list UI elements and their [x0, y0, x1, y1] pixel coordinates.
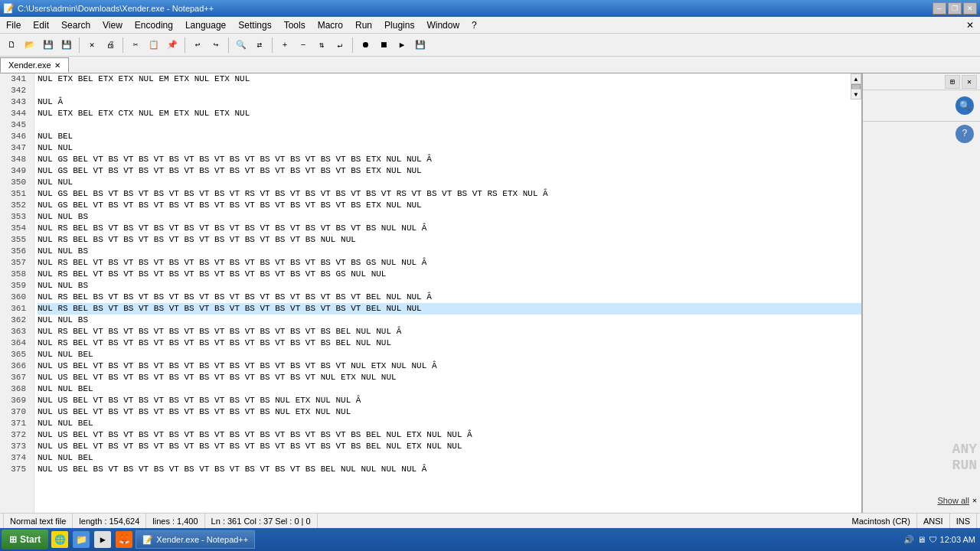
- copy-button[interactable]: 📋: [145, 37, 162, 54]
- sep3: [185, 37, 185, 53]
- code-line-367[interactable]: NUL US BEL VT BS VT BS VT BS VT BS VT BS…: [38, 372, 861, 383]
- code-line-357[interactable]: NUL RS BEL VT BS VT BS VT BS VT BS VT BS…: [38, 257, 861, 269]
- menu-encoding[interactable]: Encoding: [129, 17, 179, 33]
- panel-help-icon[interactable]: ?: [956, 125, 974, 143]
- tray-icon-network[interactable]: 🖥: [917, 535, 926, 544]
- undo-button[interactable]: ↩: [189, 37, 206, 54]
- tab-xender[interactable]: Xender.exe ✕: [0, 57, 69, 73]
- show-all-link[interactable]: Show all: [937, 496, 969, 505]
- macro-play-button[interactable]: ▶: [394, 37, 410, 54]
- status-type: Normal text file: [3, 514, 73, 528]
- code-line-372[interactable]: NUL US BEL VT BS VT BS VT BS VT BS VT BS…: [38, 429, 861, 441]
- panel-dismiss-button[interactable]: ✕: [972, 496, 977, 505]
- quicklaunch-firefox[interactable]: 🦊: [116, 531, 132, 548]
- code-line-354[interactable]: NUL RS BEL BS VT BS VT BS VT BS VT BS VT…: [38, 223, 861, 234]
- panel-search-icon[interactable]: 🔍: [956, 96, 974, 115]
- menu-view[interactable]: View: [96, 17, 129, 33]
- code-line-353[interactable]: NUL NUL BS: [38, 211, 861, 223]
- minimize-button[interactable]: ─: [933, 2, 946, 15]
- paste-button[interactable]: 📌: [164, 37, 181, 54]
- menu-macro[interactable]: Macro: [312, 17, 349, 33]
- code-line-350[interactable]: NUL NUL: [38, 177, 861, 188]
- editor-area: 3413423433443453463473483493503513523533…: [0, 73, 980, 513]
- status-bar: Normal text file length : 154,624 lines …: [0, 513, 980, 528]
- panel-close-btn[interactable]: ✕: [966, 20, 980, 31]
- code-line-360[interactable]: NUL RS BEL BS VT BS VT BS VT BS VT BS VT…: [38, 292, 861, 303]
- scroll-down-button[interactable]: ▼: [851, 89, 861, 99]
- restore-button[interactable]: ❐: [948, 2, 962, 15]
- code-line-365[interactable]: NUL NUL BEL: [38, 349, 861, 360]
- taskbar-item-label: Xender.exe - Notepad++: [156, 535, 248, 544]
- close-button[interactable]: ✕: [963, 2, 977, 15]
- code-line-343[interactable]: NUL Â: [38, 96, 861, 108]
- code-line-348[interactable]: NUL GS BEL VT BS VT BS VT BS VT BS VT BS…: [38, 154, 861, 165]
- macro-record-button[interactable]: ⏺: [357, 37, 374, 54]
- code-line-355[interactable]: NUL RS BEL BS VT BS VT BS VT BS VT BS VT…: [38, 234, 861, 246]
- save-all-button[interactable]: 💾: [58, 37, 75, 54]
- tab-close-button[interactable]: ✕: [54, 61, 60, 70]
- open-button[interactable]: 📂: [21, 37, 38, 54]
- code-line-366[interactable]: NUL US BEL VT BS VT BS VT BS VT BS VT BS…: [38, 360, 861, 372]
- code-line-341[interactable]: NUL ETX BEL ETX ETX NUL EM ETX NUL ETX N…: [38, 73, 861, 85]
- code-line-344[interactable]: NUL ETX BEL ETX CTX NUL EM ETX NUL ETX N…: [38, 108, 861, 119]
- code-line-370[interactable]: NUL US BEL VT BS VT BS VT BS VT BS VT BS…: [38, 406, 861, 418]
- sync-scroll-button[interactable]: ⇅: [313, 37, 330, 54]
- menu-search[interactable]: Search: [55, 17, 96, 33]
- code-line-346[interactable]: NUL BEL: [38, 131, 861, 142]
- code-line-364[interactable]: NUL RS BEL VT BS VT BS VT BS VT BS VT BS…: [38, 337, 861, 349]
- code-line-342[interactable]: [38, 85, 861, 96]
- code-line-359[interactable]: NUL NUL BS: [38, 280, 861, 292]
- editor-content[interactable]: NUL ETX BEL ETX ETX NUL EM ETX NUL ETX N…: [34, 73, 861, 513]
- cut-button[interactable]: ✂: [127, 37, 144, 54]
- scroll-up-button[interactable]: ▲: [851, 73, 861, 84]
- panel-close-x-button[interactable]: ✕: [962, 75, 977, 89]
- code-line-362[interactable]: NUL NUL BS: [38, 315, 861, 326]
- code-line-352[interactable]: NUL GS BEL VT BS VT BS VT BS VT BS VT BS…: [38, 200, 861, 211]
- code-line-373[interactable]: NUL US BEL VT BS VT BS VT BS VT BS VT BS…: [38, 441, 861, 452]
- code-line-347[interactable]: NUL NUL: [38, 142, 861, 154]
- menu-plugins[interactable]: Plugins: [378, 17, 420, 33]
- code-line-358[interactable]: NUL RS BEL VT BS VT BS VT BS VT BS VT BS…: [38, 269, 861, 280]
- tray-icon-volume[interactable]: 🔊: [903, 535, 914, 545]
- print-button[interactable]: 🖨: [102, 37, 119, 54]
- code-line-368[interactable]: NUL NUL BEL: [38, 383, 861, 395]
- quicklaunch-ie[interactable]: 🌐: [51, 531, 68, 548]
- code-line-356[interactable]: NUL NUL BS: [38, 246, 861, 257]
- quicklaunch-media[interactable]: ▶: [94, 531, 111, 548]
- menu-tools[interactable]: Tools: [278, 17, 312, 33]
- quicklaunch-folder[interactable]: 📁: [73, 531, 90, 548]
- code-line-371[interactable]: NUL NUL BEL: [38, 418, 861, 429]
- save-button[interactable]: 💾: [40, 37, 57, 54]
- panel-layout-button[interactable]: ⊞: [945, 75, 960, 89]
- start-button[interactable]: ⊞ Start: [2, 530, 48, 549]
- word-wrap-button[interactable]: ↵: [332, 37, 348, 54]
- zoom-out-button[interactable]: −: [295, 37, 312, 54]
- menu-window[interactable]: Window: [420, 17, 466, 33]
- code-line-363[interactable]: NUL RS BEL VT BS VT BS VT BS VT BS VT BS…: [38, 326, 861, 337]
- clock: 12:03 AM: [940, 535, 975, 544]
- code-line-351[interactable]: NUL GS BEL BS VT BS VT BS VT BS VT BS VT…: [38, 188, 861, 200]
- menu-language[interactable]: Language: [179, 17, 232, 33]
- code-line-349[interactable]: NUL GS BEL VT BS VT BS VT BS VT BS VT BS…: [38, 165, 861, 177]
- taskbar-notepadpp[interactable]: 📝 Xender.exe - Notepad++: [136, 530, 255, 549]
- menu-help[interactable]: ?: [466, 17, 483, 33]
- menu-file[interactable]: File: [0, 17, 27, 33]
- find-button[interactable]: 🔍: [233, 37, 250, 54]
- tray-icon-security[interactable]: 🛡: [929, 535, 937, 544]
- macro-stop-button[interactable]: ⏹: [375, 37, 392, 54]
- title-bar-buttons: ─ ❐ ✕: [933, 2, 977, 15]
- code-line-375[interactable]: NUL US BEL BS VT BS VT BS VT BS VT BS VT…: [38, 464, 861, 475]
- code-line-345[interactable]: [38, 119, 861, 131]
- code-line-374[interactable]: NUL NUL BEL: [38, 452, 861, 464]
- close-file-button[interactable]: ✕: [83, 37, 100, 54]
- menu-run[interactable]: Run: [349, 17, 378, 33]
- menu-settings[interactable]: Settings: [232, 17, 277, 33]
- code-line-361[interactable]: NUL RS BEL BS VT BS VT BS VT BS VT BS VT…: [38, 303, 861, 315]
- new-button[interactable]: 🗋: [3, 37, 20, 54]
- menu-edit[interactable]: Edit: [27, 17, 55, 33]
- find-replace-button[interactable]: ⇄: [251, 37, 268, 54]
- code-line-369[interactable]: NUL US BEL VT BS VT BS VT BS VT BS VT BS…: [38, 395, 861, 406]
- macro-save-button[interactable]: 💾: [412, 37, 429, 54]
- redo-button[interactable]: ↪: [207, 37, 224, 54]
- zoom-in-button[interactable]: +: [276, 37, 293, 54]
